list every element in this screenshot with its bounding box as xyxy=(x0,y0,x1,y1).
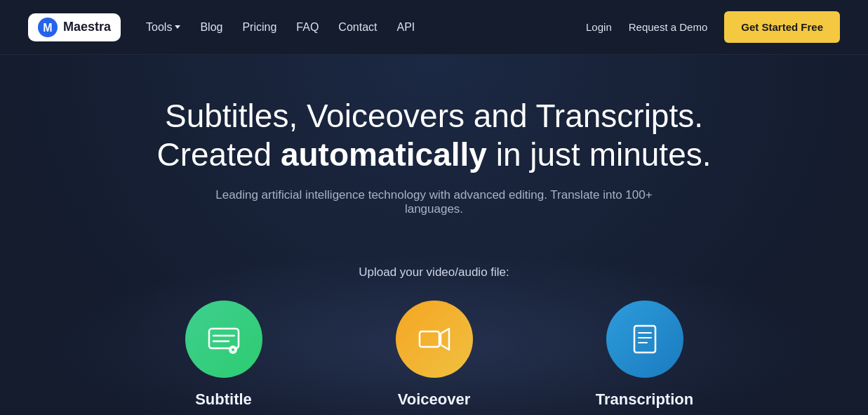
svg-rect-10 xyxy=(634,326,655,353)
pricing-link[interactable]: Pricing xyxy=(242,21,276,33)
hero-title-plain: Created xyxy=(156,136,280,173)
hero-subtitle: Leading artificial intelligence technolo… xyxy=(189,188,680,216)
transcription-card-title: Transcription xyxy=(596,390,693,409)
hero-title-line1: Subtitles, Voiceovers and Transcripts. xyxy=(165,98,703,134)
nav-right: Login Request a Demo Get Started Free xyxy=(586,11,840,43)
request-demo-link[interactable]: Request a Demo xyxy=(629,21,708,33)
nav-item-contact[interactable]: Contact xyxy=(338,21,377,34)
transcription-icon-circle xyxy=(606,301,683,378)
nav-item-tools[interactable]: Tools xyxy=(146,21,180,34)
hero-title: Subtitles, Voiceovers and Transcripts. C… xyxy=(156,97,711,174)
chevron-down-icon xyxy=(175,25,180,29)
subtitle-icon-circle xyxy=(185,301,262,378)
nav-links: Tools Blog Pricing FAQ Contact API xyxy=(146,21,415,34)
contact-link[interactable]: Contact xyxy=(338,21,377,33)
upload-label: Upload your video/audio file: xyxy=(359,265,509,279)
logo[interactable]: M Maestra xyxy=(28,13,121,41)
subtitle-card-title: Subtitle xyxy=(195,390,252,409)
upload-card-transcription[interactable]: Transcription Accurately transcribe audi… xyxy=(568,301,722,415)
nav-item-blog[interactable]: Blog xyxy=(200,21,222,34)
transcription-icon xyxy=(627,322,662,357)
api-link[interactable]: API xyxy=(397,21,415,33)
logo-text: Maestra xyxy=(63,20,111,34)
hero-section: Subtitles, Voiceovers and Transcripts. C… xyxy=(0,55,868,415)
svg-marker-9 xyxy=(441,329,449,350)
nav-left: M Maestra Tools Blog Pricing FAQ Contact xyxy=(28,13,415,41)
hero-title-line2: Created automatically in just minutes. xyxy=(156,136,711,173)
upload-card-subtitle[interactable]: Subtitle Automatically generate subtitle… xyxy=(147,301,301,415)
faq-link[interactable]: FAQ xyxy=(296,21,319,33)
tools-label: Tools xyxy=(146,21,172,34)
navbar: M Maestra Tools Blog Pricing FAQ Contact xyxy=(0,0,868,55)
nav-item-pricing[interactable]: Pricing xyxy=(242,21,276,34)
hero-title-end: in just minutes. xyxy=(487,136,712,173)
login-link[interactable]: Login xyxy=(586,21,612,33)
svg-rect-2 xyxy=(209,329,239,348)
get-started-button[interactable]: Get Started Free xyxy=(724,11,840,43)
logo-icon: M xyxy=(38,18,58,37)
voiceover-icon-circle xyxy=(396,301,473,378)
svg-text:M: M xyxy=(43,22,52,34)
upload-section: Upload your video/audio file: Subtitle A… xyxy=(14,244,854,415)
subtitle-icon xyxy=(206,322,241,357)
upload-cards: Subtitle Automatically generate subtitle… xyxy=(147,301,722,415)
upload-card-voiceover[interactable]: Voiceover Text-to-speech with AI-generat… xyxy=(357,301,512,415)
svg-rect-8 xyxy=(420,331,439,347)
nav-item-faq[interactable]: FAQ xyxy=(296,21,319,34)
hero-title-bold: automatically xyxy=(281,136,487,173)
tools-link[interactable]: Tools xyxy=(146,21,180,34)
voiceover-icon xyxy=(417,322,452,357)
nav-item-api[interactable]: API xyxy=(397,21,415,34)
voiceover-card-title: Voiceover xyxy=(398,390,471,409)
blog-link[interactable]: Blog xyxy=(200,21,222,33)
